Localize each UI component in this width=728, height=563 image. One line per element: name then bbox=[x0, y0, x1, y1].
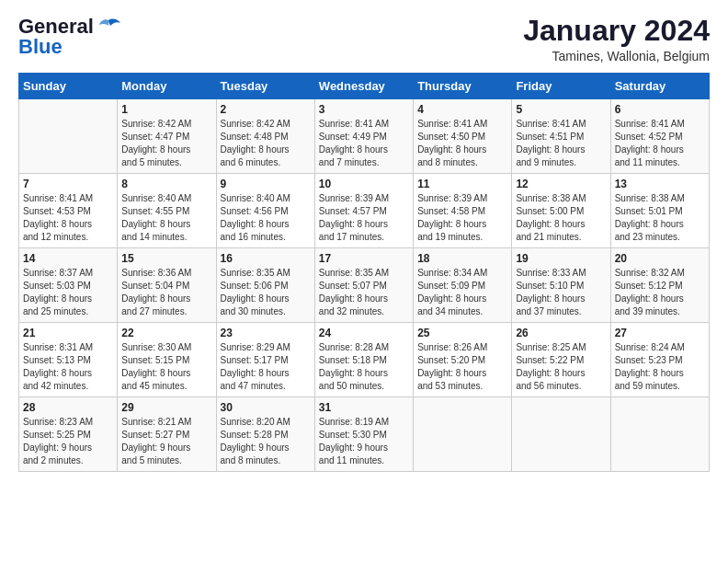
day-number: 23 bbox=[221, 327, 311, 339]
day-number: 21 bbox=[23, 327, 113, 339]
col-header-saturday: Saturday bbox=[610, 74, 709, 99]
title-block: January 2024 Tamines, Wallonia, Belgium bbox=[523, 15, 710, 63]
day-cell: 10Sunrise: 8:39 AM Sunset: 4:57 PM Dayli… bbox=[314, 174, 413, 248]
day-cell bbox=[414, 397, 512, 472]
day-number: 14 bbox=[23, 252, 113, 265]
day-cell: 31Sunrise: 8:19 AM Sunset: 5:30 PM Dayli… bbox=[314, 397, 413, 472]
calendar-table: SundayMondayTuesdayWednesdayThursdayFrid… bbox=[18, 73, 710, 472]
day-info: Sunrise: 8:34 AM Sunset: 5:09 PM Dayligh… bbox=[417, 267, 507, 318]
day-info: Sunrise: 8:28 AM Sunset: 5:18 PM Dayligh… bbox=[319, 341, 409, 393]
day-number: 5 bbox=[516, 103, 606, 116]
day-cell: 3Sunrise: 8:41 AM Sunset: 4:49 PM Daylig… bbox=[314, 99, 413, 174]
day-cell: 4Sunrise: 8:41 AM Sunset: 4:50 PM Daylig… bbox=[414, 99, 512, 174]
day-info: Sunrise: 8:20 AM Sunset: 5:28 PM Dayligh… bbox=[221, 416, 311, 467]
day-cell: 17Sunrise: 8:35 AM Sunset: 5:07 PM Dayli… bbox=[314, 248, 413, 323]
day-info: Sunrise: 8:37 AM Sunset: 5:03 PM Dayligh… bbox=[23, 267, 113, 318]
day-info: Sunrise: 8:31 AM Sunset: 5:13 PM Dayligh… bbox=[23, 341, 113, 393]
day-number: 31 bbox=[319, 401, 409, 414]
week-row-2: 7Sunrise: 8:41 AM Sunset: 4:53 PM Daylig… bbox=[19, 174, 710, 248]
day-info: Sunrise: 8:40 AM Sunset: 4:56 PM Dayligh… bbox=[221, 192, 311, 244]
day-cell bbox=[19, 99, 118, 174]
day-info: Sunrise: 8:32 AM Sunset: 5:12 PM Dayligh… bbox=[615, 267, 705, 318]
week-row-3: 14Sunrise: 8:37 AM Sunset: 5:03 PM Dayli… bbox=[19, 248, 710, 323]
day-number: 8 bbox=[121, 178, 211, 190]
day-cell: 29Sunrise: 8:21 AM Sunset: 5:27 PM Dayli… bbox=[118, 397, 216, 472]
day-number: 6 bbox=[615, 103, 705, 116]
day-info: Sunrise: 8:36 AM Sunset: 5:04 PM Dayligh… bbox=[121, 267, 211, 318]
day-info: Sunrise: 8:25 AM Sunset: 5:22 PM Dayligh… bbox=[516, 341, 606, 393]
day-cell: 15Sunrise: 8:36 AM Sunset: 5:04 PM Dayli… bbox=[118, 248, 216, 323]
day-number: 11 bbox=[417, 178, 507, 190]
day-number: 2 bbox=[221, 103, 311, 116]
day-number: 16 bbox=[221, 252, 311, 265]
logo-blue: Blue bbox=[18, 35, 63, 59]
col-header-friday: Friday bbox=[512, 74, 610, 99]
day-info: Sunrise: 8:41 AM Sunset: 4:50 PM Dayligh… bbox=[417, 118, 507, 169]
day-info: Sunrise: 8:41 AM Sunset: 4:51 PM Dayligh… bbox=[516, 118, 606, 169]
day-cell: 9Sunrise: 8:40 AM Sunset: 4:56 PM Daylig… bbox=[216, 174, 314, 248]
col-header-sunday: Sunday bbox=[19, 74, 118, 99]
day-number: 3 bbox=[319, 103, 409, 116]
week-row-5: 28Sunrise: 8:23 AM Sunset: 5:25 PM Dayli… bbox=[19, 397, 710, 472]
day-number: 29 bbox=[121, 401, 211, 414]
day-number: 24 bbox=[319, 327, 409, 339]
day-cell: 7Sunrise: 8:41 AM Sunset: 4:53 PM Daylig… bbox=[19, 174, 118, 248]
day-cell: 20Sunrise: 8:32 AM Sunset: 5:12 PM Dayli… bbox=[610, 248, 709, 323]
day-cell: 27Sunrise: 8:24 AM Sunset: 5:23 PM Dayli… bbox=[610, 323, 709, 397]
day-info: Sunrise: 8:41 AM Sunset: 4:49 PM Dayligh… bbox=[319, 118, 409, 169]
day-number: 7 bbox=[23, 178, 113, 190]
col-header-monday: Monday bbox=[118, 74, 216, 99]
day-cell: 28Sunrise: 8:23 AM Sunset: 5:25 PM Dayli… bbox=[19, 397, 118, 472]
page-container: General Blue January 2024 Tamines, Wallo… bbox=[0, 0, 728, 481]
day-number: 22 bbox=[121, 327, 211, 339]
location: Tamines, Wallonia, Belgium bbox=[523, 49, 710, 63]
day-number: 26 bbox=[516, 327, 606, 339]
day-cell: 13Sunrise: 8:38 AM Sunset: 5:01 PM Dayli… bbox=[610, 174, 709, 248]
header-row: SundayMondayTuesdayWednesdayThursdayFrid… bbox=[19, 74, 710, 99]
day-info: Sunrise: 8:26 AM Sunset: 5:20 PM Dayligh… bbox=[417, 341, 507, 393]
day-info: Sunrise: 8:30 AM Sunset: 5:15 PM Dayligh… bbox=[121, 341, 211, 393]
month-title: January 2024 bbox=[523, 15, 710, 47]
day-number: 27 bbox=[615, 327, 705, 339]
logo: General Blue bbox=[18, 15, 121, 59]
day-cell bbox=[512, 397, 610, 472]
day-number: 4 bbox=[417, 103, 507, 116]
week-row-1: 1Sunrise: 8:42 AM Sunset: 4:47 PM Daylig… bbox=[19, 99, 710, 174]
day-info: Sunrise: 8:41 AM Sunset: 4:53 PM Dayligh… bbox=[23, 192, 113, 244]
day-cell: 24Sunrise: 8:28 AM Sunset: 5:18 PM Dayli… bbox=[314, 323, 413, 397]
day-number: 20 bbox=[615, 252, 705, 265]
day-info: Sunrise: 8:19 AM Sunset: 5:30 PM Dayligh… bbox=[319, 416, 409, 467]
logo-bird-icon bbox=[96, 17, 121, 37]
day-cell: 18Sunrise: 8:34 AM Sunset: 5:09 PM Dayli… bbox=[414, 248, 512, 323]
day-info: Sunrise: 8:38 AM Sunset: 5:00 PM Dayligh… bbox=[516, 192, 606, 244]
day-info: Sunrise: 8:40 AM Sunset: 4:55 PM Dayligh… bbox=[121, 192, 211, 244]
day-cell: 25Sunrise: 8:26 AM Sunset: 5:20 PM Dayli… bbox=[414, 323, 512, 397]
day-number: 1 bbox=[121, 103, 211, 116]
day-info: Sunrise: 8:35 AM Sunset: 5:06 PM Dayligh… bbox=[221, 267, 311, 318]
day-info: Sunrise: 8:35 AM Sunset: 5:07 PM Dayligh… bbox=[319, 267, 409, 318]
day-info: Sunrise: 8:42 AM Sunset: 4:47 PM Dayligh… bbox=[121, 118, 211, 169]
day-info: Sunrise: 8:23 AM Sunset: 5:25 PM Dayligh… bbox=[23, 416, 113, 467]
col-header-wednesday: Wednesday bbox=[314, 74, 413, 99]
day-number: 12 bbox=[516, 178, 606, 190]
day-number: 25 bbox=[417, 327, 507, 339]
day-cell: 6Sunrise: 8:41 AM Sunset: 4:52 PM Daylig… bbox=[610, 99, 709, 174]
day-cell: 2Sunrise: 8:42 AM Sunset: 4:48 PM Daylig… bbox=[216, 99, 314, 174]
day-number: 28 bbox=[23, 401, 113, 414]
day-cell: 8Sunrise: 8:40 AM Sunset: 4:55 PM Daylig… bbox=[118, 174, 216, 248]
day-cell: 11Sunrise: 8:39 AM Sunset: 4:58 PM Dayli… bbox=[414, 174, 512, 248]
day-info: Sunrise: 8:33 AM Sunset: 5:10 PM Dayligh… bbox=[516, 267, 606, 318]
day-cell: 22Sunrise: 8:30 AM Sunset: 5:15 PM Dayli… bbox=[118, 323, 216, 397]
day-number: 13 bbox=[615, 178, 705, 190]
col-header-tuesday: Tuesday bbox=[216, 74, 314, 99]
day-cell: 14Sunrise: 8:37 AM Sunset: 5:03 PM Dayli… bbox=[19, 248, 118, 323]
day-info: Sunrise: 8:38 AM Sunset: 5:01 PM Dayligh… bbox=[615, 192, 705, 244]
day-cell bbox=[610, 397, 709, 472]
day-info: Sunrise: 8:42 AM Sunset: 4:48 PM Dayligh… bbox=[221, 118, 311, 169]
col-header-thursday: Thursday bbox=[414, 74, 512, 99]
day-info: Sunrise: 8:39 AM Sunset: 4:58 PM Dayligh… bbox=[417, 192, 507, 244]
day-info: Sunrise: 8:21 AM Sunset: 5:27 PM Dayligh… bbox=[121, 416, 211, 467]
week-row-4: 21Sunrise: 8:31 AM Sunset: 5:13 PM Dayli… bbox=[19, 323, 710, 397]
day-cell: 30Sunrise: 8:20 AM Sunset: 5:28 PM Dayli… bbox=[216, 397, 314, 472]
day-number: 30 bbox=[221, 401, 311, 414]
